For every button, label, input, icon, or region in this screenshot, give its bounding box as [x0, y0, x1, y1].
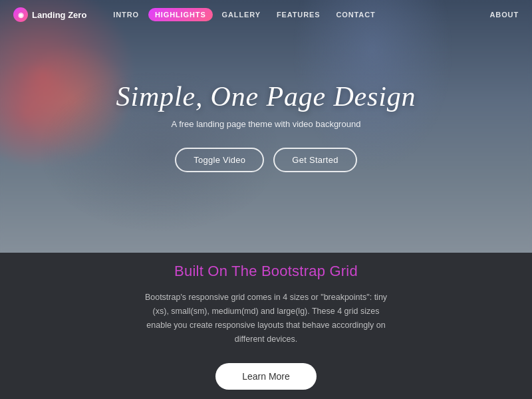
section-title: Built On The Bootstrap Grid [174, 263, 358, 280]
navbar: ◉ Landing Zero INTRO HIGHLIGHTS GALLERY … [0, 0, 532, 29]
hero-buttons: Toggle Video Get Started [116, 148, 416, 172]
nav-link-gallery[interactable]: GALLERY [215, 8, 267, 21]
logo-label: Landing Zero [32, 10, 86, 20]
nav-links: INTRO HIGHLIGHTS GALLERY FEATURES CONTAC… [106, 8, 489, 21]
get-started-button[interactable]: Get Started [273, 148, 356, 172]
hero-title: Simple, One Page Design [116, 80, 416, 112]
nav-link-highlights[interactable]: HIGHLIGHTS [148, 8, 213, 21]
hero-subtitle: A free landing page theme with video bac… [116, 119, 416, 129]
section-body: Bootstrap's responsive grid comes in 4 s… [140, 291, 392, 347]
hero-section: Simple, One Page Design A free landing p… [0, 0, 532, 253]
nav-logo[interactable]: ◉ Landing Zero [13, 7, 86, 22]
nav-link-intro[interactable]: INTRO [106, 8, 146, 21]
bootstrap-section: Built On The Bootstrap Grid Bootstrap's … [0, 253, 532, 399]
learn-more-button[interactable]: Learn More [215, 363, 317, 390]
nav-link-features[interactable]: FEATURES [270, 8, 327, 21]
logo-icon: ◉ [13, 7, 28, 22]
nav-link-contact[interactable]: CONTACT [329, 8, 382, 21]
toggle-video-button[interactable]: Toggle Video [175, 148, 264, 172]
hero-content: Simple, One Page Design A free landing p… [116, 80, 416, 172]
nav-about[interactable]: ABOUT [489, 11, 519, 19]
